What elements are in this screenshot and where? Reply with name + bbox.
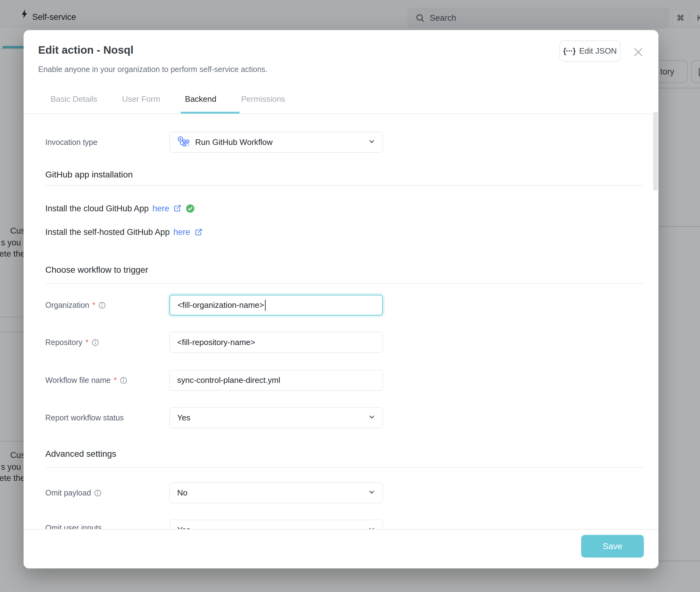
workflow-file-name-input[interactable] [169, 370, 383, 391]
edit-action-modal: Edit action - Nosql Enable anyone in you… [23, 30, 658, 569]
modal-footer: Save [23, 529, 658, 569]
report-workflow-status-label: Report workflow status [45, 413, 124, 422]
info-icon[interactable] [98, 301, 106, 309]
json-braces-icon: {···} [563, 47, 575, 55]
external-link-icon[interactable] [173, 204, 182, 213]
install-cloud-github-app-row: Install the cloud GitHub App here [45, 203, 195, 213]
external-link-icon[interactable] [194, 228, 203, 237]
omit-payload-select[interactable]: No [169, 483, 383, 503]
text-cursor [265, 300, 266, 311]
section-divider [45, 283, 645, 284]
invocation-type-select[interactable]: Run GitHub Workflow [169, 132, 383, 153]
modal-title: Edit action - Nosql [38, 44, 134, 56]
github-workflow-icon [177, 136, 190, 149]
modal-scrollbar-thumb[interactable] [653, 112, 658, 191]
workflow-file-name-label: Workflow file name* [45, 376, 128, 385]
tab-permissions[interactable]: Permissions [241, 94, 285, 104]
close-icon[interactable] [632, 46, 645, 59]
section-advanced-settings: Advanced settings [45, 449, 116, 459]
repository-label: Repository* [45, 338, 99, 347]
chevron-down-icon [367, 412, 377, 424]
install-self-hosted-github-app-row: Install the self-hosted GitHub App here [45, 228, 203, 237]
tabs-divider [23, 113, 658, 114]
organization-input[interactable]: <fill-organization-name> [169, 295, 383, 315]
info-icon[interactable] [94, 489, 102, 497]
install-self-hosted-here-link[interactable]: here [173, 228, 190, 237]
organization-label: Organization* [45, 301, 106, 310]
chevron-down-icon [367, 487, 377, 499]
installed-check-icon [185, 203, 195, 213]
tab-backend[interactable]: Backend [185, 94, 216, 104]
section-divider [45, 185, 645, 186]
tab-basic-details[interactable]: Basic Details [51, 94, 97, 104]
section-divider [45, 467, 645, 467]
invocation-type-label: Invocation type [45, 138, 97, 147]
install-cloud-here-link[interactable]: here [152, 204, 169, 213]
modal-tabs: Basic Details User Form Backend Permissi… [51, 94, 285, 104]
section-github-app-installation: GitHub app installation [45, 170, 133, 180]
chevron-down-icon [367, 137, 377, 148]
info-icon[interactable] [119, 376, 128, 384]
tab-user-form[interactable]: User Form [122, 94, 160, 104]
repository-input[interactable] [169, 332, 383, 353]
omit-payload-label: Omit payload [45, 488, 102, 497]
report-workflow-status-select[interactable]: Yes [169, 407, 383, 428]
modal-subtitle: Enable anyone in your organization to pe… [38, 65, 267, 74]
edit-json-button[interactable]: {···} Edit JSON [559, 40, 620, 62]
save-button[interactable]: Save [581, 535, 644, 557]
info-icon[interactable] [91, 339, 99, 347]
section-choose-workflow: Choose workflow to trigger [45, 265, 148, 275]
